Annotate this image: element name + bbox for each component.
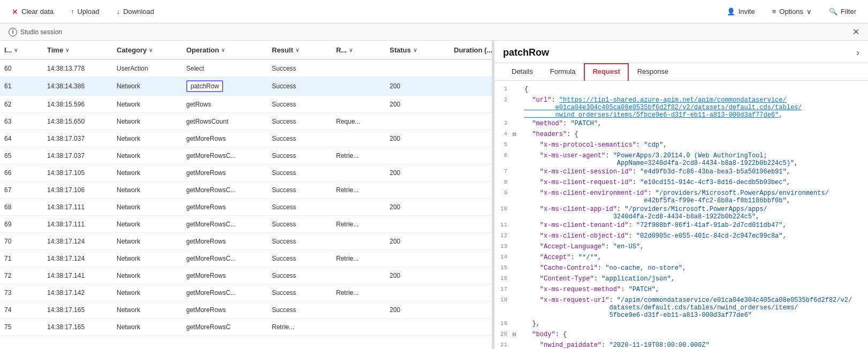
tab-formula[interactable]: Formula <box>542 63 584 81</box>
tab-response[interactable]: Response <box>629 63 677 81</box>
col-header-status[interactable]: Status ∨ <box>385 42 450 58</box>
cell-duration <box>450 153 492 159</box>
col-header-operation[interactable]: Operation ∨ <box>182 42 268 58</box>
cell-id: 61 <box>0 79 43 93</box>
col-header-result[interactable]: Result ∨ <box>268 42 332 58</box>
cell-operation: getMoreRowsC... <box>182 252 268 265</box>
table-row[interactable]: 7114:38:17.124NetworkgetMoreRowsC...Succ… <box>0 250 492 267</box>
code-panel[interactable]: 1{2 "url": "https://tip1-shared.azure-ap… <box>494 81 868 349</box>
table-body[interactable]: 6014:38:13.778UserActionSelectSuccess611… <box>0 60 492 349</box>
table-row[interactable]: 6614:38:17.105NetworkgetMoreRowsSuccess2… <box>0 164 492 181</box>
code-line: 8 "x-ms-client-request-id": "e10cd151-91… <box>494 178 868 189</box>
cell-result: Success <box>268 62 332 75</box>
chevron-right-icon[interactable]: › <box>856 47 859 58</box>
code-line: 12 "x-ms-client-object-id": "02d0905c-e0… <box>494 232 868 242</box>
code-content: "x-ms-client-app-id": "/providers/Micros… <box>520 206 868 221</box>
table-row[interactable]: 6314:38:15.650NetworkgetRowsCountSuccess… <box>0 113 492 130</box>
cell-result: Success <box>268 149 332 163</box>
cell-category: Network <box>112 200 182 214</box>
table-row[interactable]: 7514:38:17.165NetworkgetMoreRowsCRetrie.… <box>0 318 492 336</box>
table-row[interactable]: 7014:38:17.124NetworkgetMoreRowsSuccess2… <box>0 233 492 250</box>
cell-operation: getMoreRows <box>182 166 268 180</box>
download-label: Download <box>123 7 154 16</box>
cell-time: 14:38:13.778 <box>43 62 112 75</box>
info-icon: i <box>9 28 17 36</box>
upload-icon: ↑ <box>71 7 74 16</box>
line-number: 10 <box>494 206 512 212</box>
cell-id: 62 <box>0 97 43 111</box>
cell-result: Retrie... <box>268 320 332 334</box>
code-line: 1{ <box>494 85 868 96</box>
code-line: 7 "x-ms-client-session-id": "e4d9fb3d-fc… <box>494 168 868 178</box>
main-content: I... ∨ Time ∨ Category ∨ Operation ∨ Res… <box>0 41 868 349</box>
table-row[interactable]: 6514:38:17.037NetworkgetMoreRowsC...Succ… <box>0 147 492 164</box>
expand-button[interactable]: ⊟ <box>512 331 520 338</box>
cell-id: 64 <box>0 132 43 146</box>
col-header-r[interactable]: R... ∨ <box>332 42 385 58</box>
code-content: }, <box>520 320 868 328</box>
cell-status <box>385 221 450 227</box>
cell-duration <box>450 101 492 108</box>
col-header-id[interactable]: I... ∨ <box>0 42 43 58</box>
col-header-category[interactable]: Category ∨ <box>112 42 182 58</box>
col-header-time[interactable]: Time ∨ <box>43 42 112 58</box>
cell-status <box>385 324 450 330</box>
code-line: 4⊟ "headers": { <box>494 130 868 141</box>
col-r-label: R... <box>336 46 347 54</box>
options-button[interactable]: ≡ Options ∨ <box>769 5 815 18</box>
cell-time: 14:38:14.386 <box>43 79 112 93</box>
table-row[interactable]: 7414:38:17.165NetworkgetMoreRowsSuccess2… <box>0 301 492 318</box>
clear-data-button[interactable]: ✕ Clear data <box>9 5 57 18</box>
search-icon: 🔍 <box>829 7 837 16</box>
table-row[interactable]: 6814:38:17.111NetworkgetMoreRowsSuccess2… <box>0 199 492 216</box>
cell-r: Retrie... <box>332 149 385 163</box>
code-content: "Content-Type": "application/json", <box>520 275 868 283</box>
cell-result: Success <box>268 97 332 111</box>
code-line: 20⊟ "body": { <box>494 330 868 341</box>
col-header-duration[interactable]: Duration (... <box>450 42 492 58</box>
cell-status <box>385 118 450 125</box>
session-close-button[interactable]: ✕ <box>852 27 859 37</box>
cell-r <box>332 324 385 330</box>
table-row[interactable]: 7314:38:17.142NetworkgetMoreRowsC...Succ… <box>0 284 492 301</box>
line-number: 5 <box>494 141 512 148</box>
tab-details[interactable]: Details <box>503 63 542 81</box>
table-row[interactable]: 6014:38:13.778UserActionSelectSuccess <box>0 60 492 77</box>
cell-category: Network <box>112 132 182 146</box>
sort-chevron-status: ∨ <box>413 47 417 53</box>
code-line: 16 "Content-Type": "application/json", <box>494 275 868 285</box>
code-line: 10 "x-ms-client-app-id": "/providers/Mic… <box>494 205 868 221</box>
table-row[interactable]: 6714:38:17.106NetworkgetMoreRowsC...Succ… <box>0 181 492 199</box>
filter-button[interactable]: 🔍 Filter <box>826 5 859 18</box>
toolbar: ✕ Clear data ↑ Upload ↓ Download 👤 Invit… <box>0 0 868 24</box>
detail-tabs: DetailsFormulaRequestResponse <box>494 63 868 81</box>
code-content: "Accept-Language": "en-US", <box>520 243 868 251</box>
cell-time: 14:38:17.106 <box>43 183 112 197</box>
cell-result: Success <box>268 166 332 180</box>
invite-button[interactable]: 👤 Invite <box>724 5 758 18</box>
expand-button[interactable]: ⊟ <box>512 131 520 138</box>
x-icon: ✕ <box>12 7 18 16</box>
code-content: "x-ms-protocol-semantics": "cdp", <box>520 141 868 149</box>
upload-button[interactable]: ↑ Upload <box>67 5 103 18</box>
cell-id: 69 <box>0 217 43 231</box>
sort-chevron-operation: ∨ <box>221 47 225 53</box>
upload-label: Upload <box>77 7 99 16</box>
tab-request[interactable]: Request <box>584 63 628 81</box>
table-row[interactable]: 6914:38:17.111NetworkgetMoreRowsC...Succ… <box>0 216 492 233</box>
table-row[interactable]: 6414:38:17.037NetworkgetMoreRowsSuccess2… <box>0 130 492 147</box>
cell-r <box>332 204 385 210</box>
cell-id: 68 <box>0 200 43 214</box>
cell-category: Network <box>112 166 182 180</box>
code-content: "Cache-Control": "no-cache, no-store", <box>520 264 868 272</box>
detail-panel: patchRow › DetailsFormulaRequestResponse… <box>494 41 868 349</box>
cell-operation: getRowsCount <box>182 115 268 128</box>
table-row[interactable]: 6214:38:15.596NetworkgetRowsSuccess200 <box>0 96 492 113</box>
cell-status: 200 <box>385 200 450 214</box>
table-row[interactable]: 7214:38:17.141NetworkgetMoreRowsSuccess2… <box>0 267 492 284</box>
cell-category: Network <box>112 303 182 317</box>
cell-result: Success <box>268 200 332 214</box>
download-button[interactable]: ↓ Download <box>113 5 157 18</box>
table-row[interactable]: 6114:38:14.386NetworkpatchRowSuccess200 <box>0 77 492 96</box>
line-number: 18 <box>494 297 512 303</box>
